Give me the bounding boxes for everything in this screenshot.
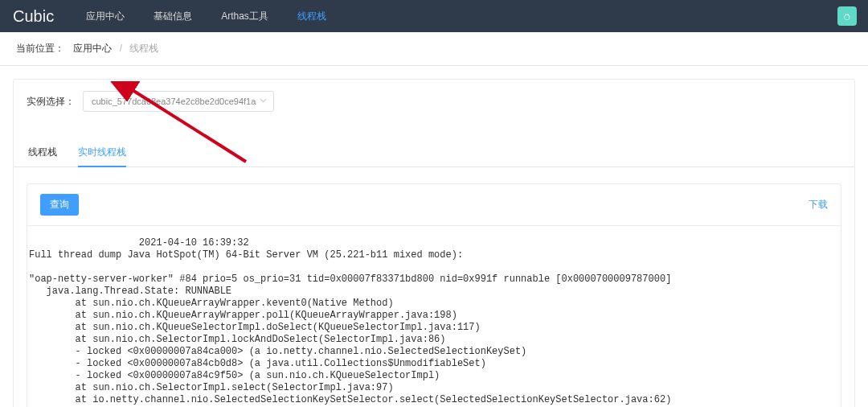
breadcrumb-prefix: 当前位置：	[16, 43, 64, 54]
nav-links: 应用中心 基础信息 Arthas工具 线程栈	[86, 10, 837, 23]
thread-dump-text: 2021-04-10 16:39:32 Full thread dump Jav…	[27, 226, 841, 407]
nav-app-center[interactable]: 应用中心	[86, 10, 125, 23]
top-navbar: Cubic 应用中心 基础信息 Arthas工具 线程栈 ⍥	[0, 0, 868, 32]
instance-row: 实例选择： cubic_577dca08ea374e2c8be2d0ce94f1…	[14, 80, 854, 120]
avatar-icon: ⍥	[844, 10, 850, 23]
download-link[interactable]: 下载	[809, 198, 828, 212]
instance-select[interactable]: cubic_577dca08ea374e2c8be2d0ce94f1a	[83, 91, 274, 112]
breadcrumb: 当前位置： 应用中心 / 线程栈	[0, 32, 868, 66]
app-logo: Cubic	[13, 7, 54, 26]
instance-label: 实例选择：	[27, 95, 75, 109]
tab-thread-stack[interactable]: 线程栈	[28, 139, 57, 166]
chevron-down-icon	[260, 97, 267, 106]
toolbar: 查询 下载	[27, 184, 841, 226]
thread-panel: 查询 下载 2021-04-10 16:39:32 Full thread du…	[27, 183, 841, 407]
breadcrumb-sep: /	[120, 43, 122, 54]
query-button[interactable]: 查询	[40, 194, 79, 216]
nav-basic-info[interactable]: 基础信息	[154, 10, 192, 23]
main-content: 实例选择： cubic_577dca08ea374e2c8be2d0ce94f1…	[0, 79, 868, 407]
breadcrumb-current: 线程栈	[129, 43, 158, 54]
tabs: 线程栈 实时线程栈	[14, 139, 854, 167]
breadcrumb-link[interactable]: 应用中心	[73, 43, 112, 54]
nav-arthas-tool[interactable]: Arthas工具	[221, 10, 268, 23]
avatar[interactable]: ⍥	[837, 6, 857, 26]
main-card: 实例选择： cubic_577dca08ea374e2c8be2d0ce94f1…	[13, 79, 855, 407]
nav-thread-stack[interactable]: 线程栈	[297, 10, 326, 23]
instance-select-value: cubic_577dca08ea374e2c8be2d0ce94f1a	[92, 97, 256, 106]
tab-realtime-thread-stack[interactable]: 实时线程栈	[78, 139, 126, 167]
